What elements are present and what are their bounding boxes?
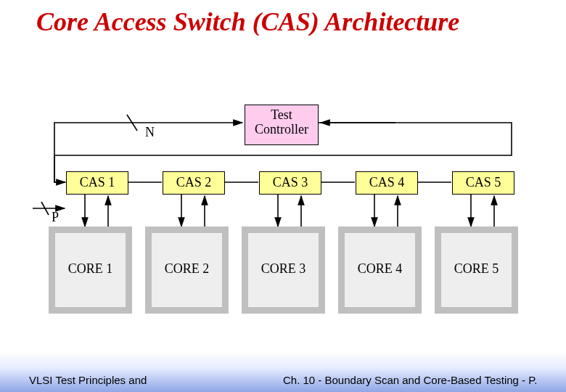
core-box-3: CORE 3: [242, 226, 325, 314]
cas-box-4: CAS 4: [356, 171, 418, 195]
cas-label: CAS 4: [369, 175, 405, 189]
core-box-5: CORE 5: [435, 226, 518, 314]
core-label: CORE 3: [261, 261, 306, 276]
footer-right-text: Ch. 10 - Boundary Scan and Core-Based Te…: [283, 374, 551, 386]
core-box-1: CORE 1: [49, 226, 132, 314]
cas-box-1: CAS 1: [66, 171, 128, 195]
bus-p-label: P: [52, 210, 59, 224]
slide: Core Access Switch (CAS) Architecture N …: [0, 0, 566, 392]
core-label: CORE 5: [454, 261, 499, 276]
architecture-diagram: N P Test C: [33, 102, 533, 319]
core-label: CORE 1: [68, 261, 113, 276]
cas-box-5: CAS 5: [452, 171, 514, 195]
core-label: CORE 2: [165, 261, 210, 276]
bus-n-label: N: [145, 125, 155, 139]
cas-box-3: CAS 3: [259, 171, 321, 195]
core-box-4: CORE 4: [338, 226, 422, 314]
cas-label: CAS 3: [273, 175, 308, 189]
test-controller-box: Test Controller: [245, 105, 319, 145]
cas-label: CAS 2: [176, 175, 212, 189]
cas-label: CAS 5: [466, 175, 501, 189]
slide-footer: VLSI Test Principles and Ch. 10 - Bounda…: [0, 352, 566, 392]
core-label: CORE 4: [358, 261, 403, 276]
footer-left-text: VLSI Test Principles and: [29, 374, 147, 386]
test-controller-label: Test Controller: [255, 107, 308, 136]
cas-box-2: CAS 2: [163, 171, 225, 195]
slide-title: Core Access Switch (CAS) Architecture: [36, 7, 459, 37]
cas-label: CAS 1: [80, 175, 115, 189]
core-box-2: CORE 2: [145, 226, 229, 314]
